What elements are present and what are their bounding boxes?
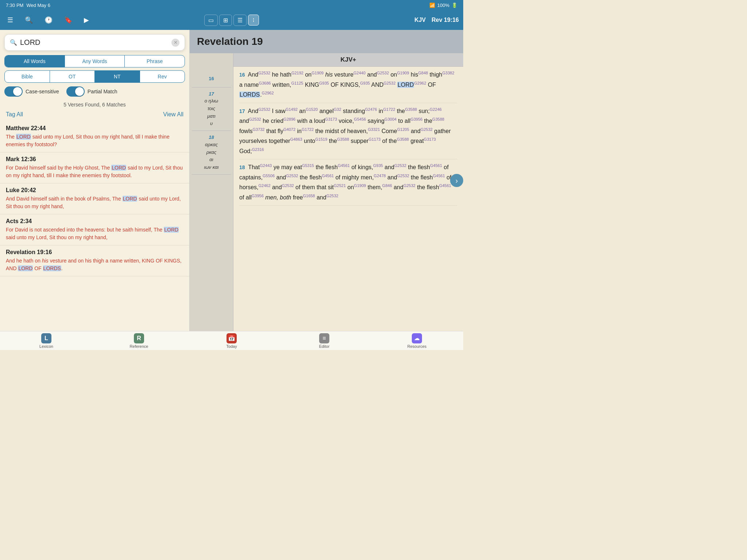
- strongs-g3686[interactable]: G3686: [259, 81, 271, 85]
- bookmark-button[interactable]: 🔖: [61, 14, 75, 26]
- strongs-18-g2478[interactable]: G2478: [374, 174, 386, 178]
- strongs-18-g5315[interactable]: G5315: [302, 163, 314, 168]
- view-list-button[interactable]: ☰: [233, 15, 247, 26]
- strongs-18-g4561b[interactable]: G4561: [430, 163, 442, 168]
- tag-all-link[interactable]: Tag All: [6, 111, 23, 118]
- tab-reference[interactable]: R Reference: [93, 333, 185, 349]
- strongs-18-g2532[interactable]: G2532: [394, 163, 406, 168]
- strongs-18-g5506[interactable]: G5506: [263, 174, 275, 178]
- scope-ot-button[interactable]: OT: [50, 71, 95, 82]
- result-item[interactable]: Acts 2:34 For David is not ascended into…: [0, 214, 189, 245]
- strongs-17-g4072[interactable]: G4072: [283, 127, 295, 132]
- strongs-g935b[interactable]: G935: [360, 81, 370, 85]
- result-item[interactable]: Luke 20:42 And David himself saith in th…: [0, 183, 189, 214]
- filter-any-words-button[interactable]: Any Words: [65, 55, 125, 67]
- strongs-g2440[interactable]: G2440: [353, 71, 365, 75]
- strongs-17-g1492[interactable]: G1492: [286, 107, 298, 112]
- strongs-17-g1722[interactable]: G1722: [383, 107, 395, 112]
- strongs-g848[interactable]: G848: [418, 71, 428, 75]
- result-item[interactable]: Mark 12:36 For David himself said by the…: [0, 152, 189, 183]
- strongs-g2192[interactable]: G2192: [291, 71, 303, 75]
- strongs-17-g3732[interactable]: G3732: [252, 127, 264, 132]
- strongs-17-g3588d[interactable]: G3588: [397, 137, 409, 141]
- search-clear-button[interactable]: ✕: [171, 39, 179, 47]
- strongs-18-g2443[interactable]: G2443: [260, 163, 272, 168]
- strongs-18-g4561c[interactable]: G4561: [322, 174, 334, 178]
- play-button[interactable]: ▶: [81, 14, 92, 26]
- result-item[interactable]: Matthew 22:44 The LORD said unto my Lord…: [0, 121, 189, 152]
- filter-all-words-button[interactable]: All Words: [5, 55, 65, 67]
- scope-rev-button[interactable]: Rev: [140, 71, 185, 82]
- tab-editor[interactable]: ≡ Editor: [278, 333, 371, 349]
- strongs-18-g3956[interactable]: G3956: [252, 194, 264, 198]
- strongs-18-g2532f[interactable]: G2532: [326, 194, 338, 198]
- strongs-17-g2532b[interactable]: G2532: [249, 117, 261, 121]
- verse-18-link[interactable]: 18: [209, 135, 214, 140]
- filter-phrase-button[interactable]: Phrase: [124, 55, 185, 67]
- strongs-18-g4561d[interactable]: G4561: [433, 174, 445, 178]
- strongs-17-g2532c[interactable]: G2532: [421, 127, 433, 132]
- nav-arrow-right-button[interactable]: ›: [450, 174, 463, 187]
- history-button[interactable]: 🕐: [42, 14, 55, 26]
- tab-today[interactable]: 📅 Today: [185, 333, 278, 349]
- strongs-18-g2462[interactable]: G2462: [258, 183, 270, 188]
- strongs-18-g846[interactable]: G846: [382, 183, 392, 188]
- strongs-17-g1722b[interactable]: G1722: [302, 127, 314, 132]
- view-columns-button[interactable]: ⫶: [248, 15, 259, 26]
- strongs-17-g1205[interactable]: G1205: [397, 127, 409, 132]
- strongs-17-g3588b[interactable]: G3588: [432, 117, 444, 121]
- strongs-17-g3321[interactable]: G3321: [368, 127, 380, 132]
- strongs-17-g32[interactable]: G32: [334, 107, 341, 112]
- strongs-17-g5456[interactable]: G5456: [354, 117, 366, 121]
- tab-resources[interactable]: ☁ Resources: [371, 333, 463, 349]
- strongs-17-g2246[interactable]: G2246: [430, 107, 442, 112]
- strongs-g3382[interactable]: G3382: [442, 71, 454, 75]
- strongs-18-g2532c[interactable]: G2532: [397, 174, 409, 178]
- strongs-17-g2316[interactable]: G2316: [252, 147, 264, 152]
- strongs-g1125[interactable]: G1125: [291, 81, 303, 85]
- verse-16-link[interactable]: 16: [209, 76, 214, 81]
- view-split-button[interactable]: ⊞: [219, 15, 232, 26]
- strongs-18-g935[interactable]: G935: [373, 163, 383, 168]
- strongs-17-g1173[interactable]: G1173: [368, 137, 380, 141]
- strongs-18-g4561e[interactable]: G4561: [439, 183, 451, 188]
- strongs-17-g2896[interactable]: G2896: [283, 117, 295, 121]
- strongs-17-g2476[interactable]: G2476: [365, 107, 377, 112]
- search-button[interactable]: 🔍: [22, 14, 36, 26]
- strongs-17-g2532[interactable]: G2532: [258, 107, 270, 112]
- strongs-g2532b[interactable]: G2532: [377, 71, 389, 75]
- strongs-g2962b[interactable]: G2962: [262, 91, 274, 95]
- strongs-17-g1520[interactable]: G1520: [306, 107, 318, 112]
- partial-match-toggle[interactable]: [66, 86, 85, 97]
- strongs-g1909b[interactable]: G1909: [397, 71, 409, 75]
- version-label[interactable]: KJV: [414, 17, 426, 23]
- search-input[interactable]: [20, 38, 169, 47]
- strongs-g2962[interactable]: G2962: [414, 81, 426, 85]
- strongs-17-g3588c[interactable]: G3588: [337, 137, 349, 141]
- strongs-18-g2532e[interactable]: G2532: [403, 183, 415, 188]
- scope-nt-button[interactable]: NT: [94, 71, 140, 82]
- strongs-18-g4561[interactable]: G4561: [338, 163, 350, 168]
- verse-17-link[interactable]: 17: [209, 91, 214, 97]
- strongs-17-g3173[interactable]: G3173: [325, 117, 337, 121]
- menu-button[interactable]: ☰: [4, 14, 16, 26]
- strongs-18-g1909[interactable]: G1909: [354, 183, 366, 188]
- strongs-17-g3956[interactable]: G3956: [410, 117, 422, 121]
- verse-num-17[interactable]: 17: [239, 108, 245, 114]
- view-single-button[interactable]: ▭: [204, 15, 218, 26]
- reference-label[interactable]: Rev 19:16: [431, 17, 459, 23]
- strongs-18-g2532b[interactable]: G2532: [286, 174, 298, 178]
- strongs-17-g3004[interactable]: G3004: [384, 117, 396, 121]
- strongs-18-g2532d[interactable]: G2532: [282, 183, 294, 188]
- scope-bible-button[interactable]: Bible: [5, 71, 50, 82]
- strongs-17-g4863[interactable]: G4863: [290, 137, 302, 141]
- tab-lexicon[interactable]: L Lexicon: [0, 333, 93, 349]
- strongs-g2532c[interactable]: G2532: [384, 81, 396, 85]
- strongs-g2532[interactable]: G2532: [258, 71, 270, 75]
- strongs-18-g1658[interactable]: G1658: [303, 194, 315, 198]
- verse-num-18[interactable]: 18: [239, 164, 245, 170]
- strongs-g935[interactable]: G935: [319, 81, 329, 85]
- case-sensitive-toggle[interactable]: [4, 86, 23, 97]
- verse-num-16[interactable]: 16: [239, 72, 245, 78]
- strongs-17-g3588[interactable]: G3588: [405, 107, 417, 112]
